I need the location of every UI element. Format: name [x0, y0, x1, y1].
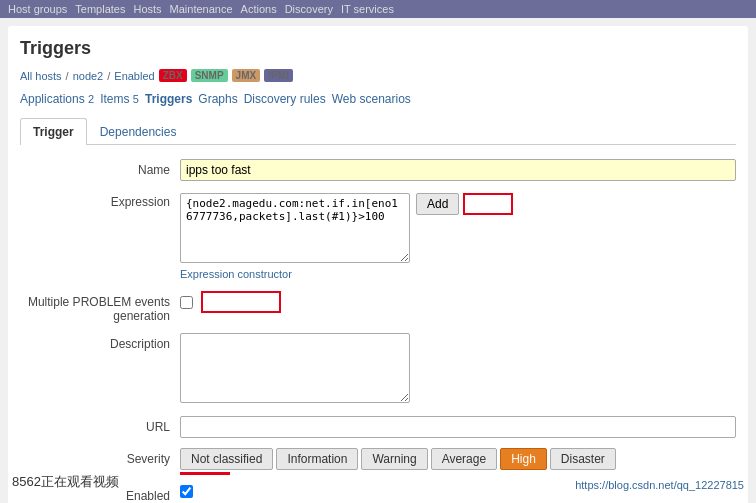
- nav-discovery[interactable]: Discovery: [285, 3, 333, 15]
- host-tab-triggers[interactable]: Triggers: [145, 92, 192, 106]
- breadcrumb-sep1: /: [66, 70, 69, 82]
- expression-red-box[interactable]: [463, 193, 513, 215]
- severity-control: Not classified Information Warning Avera…: [180, 448, 736, 475]
- host-tab-applications[interactable]: Applications 2: [20, 92, 94, 106]
- severity-row: Severity Not classified Information Warn…: [20, 448, 736, 475]
- watermark: 8562正在观看视频: [8, 471, 123, 493]
- host-tab-discovery[interactable]: Discovery rules: [244, 92, 326, 106]
- severity-average[interactable]: Average: [431, 448, 497, 470]
- expression-add-button[interactable]: Add: [416, 193, 459, 215]
- tag-ipmi[interactable]: IPMI: [264, 69, 293, 82]
- name-input[interactable]: [180, 159, 736, 181]
- severity-information[interactable]: Information: [276, 448, 358, 470]
- problem-checkbox[interactable]: [180, 296, 193, 309]
- tag-snmp[interactable]: SNMP: [191, 69, 228, 82]
- breadcrumb-node2[interactable]: node2: [73, 70, 104, 82]
- description-control: [180, 333, 736, 406]
- nav-host-groups[interactable]: Host groups: [8, 3, 67, 15]
- severity-warning[interactable]: Warning: [361, 448, 427, 470]
- tag-zbx[interactable]: ZBX: [159, 69, 187, 82]
- severity-not-classified[interactable]: Not classified: [180, 448, 273, 470]
- severity-disaster[interactable]: Disaster: [550, 448, 616, 470]
- url-row: URL: [20, 416, 736, 438]
- description-label: Description: [20, 333, 180, 351]
- breadcrumb: All hosts / node2 / Enabled ZBX SNMP JMX…: [20, 69, 736, 82]
- problem-red-box[interactable]: [201, 291, 281, 313]
- nav-actions[interactable]: Actions: [241, 3, 277, 15]
- tab-dependencies[interactable]: Dependencies: [87, 118, 190, 145]
- breadcrumb-enabled[interactable]: Enabled: [114, 70, 154, 82]
- page-content: Triggers All hosts / node2 / Enabled ZBX…: [8, 26, 748, 503]
- host-tabs: Applications 2 Items 5 Triggers Graphs D…: [20, 92, 736, 106]
- url-label: URL: [20, 416, 180, 434]
- host-tab-web[interactable]: Web scenarios: [332, 92, 411, 106]
- nav-it-services[interactable]: IT services: [341, 3, 394, 15]
- severity-buttons: Not classified Information Warning Avera…: [180, 448, 736, 470]
- host-tab-graphs[interactable]: Graphs: [198, 92, 237, 106]
- expression-control: {node2.magedu.com:net.if.in[eno16777736,…: [180, 191, 736, 281]
- problem-control: [180, 291, 736, 313]
- host-tab-items[interactable]: Items 5: [100, 92, 139, 106]
- description-row: Description: [20, 333, 736, 406]
- tab-trigger[interactable]: Trigger: [20, 118, 87, 145]
- tag-jmx[interactable]: JMX: [232, 69, 261, 82]
- name-row: Name: [20, 159, 736, 181]
- nav-hosts[interactable]: Hosts: [133, 3, 161, 15]
- applications-badge: 2: [88, 93, 94, 105]
- name-control: [180, 159, 736, 181]
- expression-row: Expression {node2.magedu.com:net.if.in[e…: [20, 191, 736, 281]
- name-label: Name: [20, 159, 180, 177]
- url-control: [180, 416, 736, 438]
- expression-constructor-link[interactable]: Expression constructor: [180, 268, 292, 280]
- problem-label: Multiple PROBLEM events generation: [20, 291, 180, 323]
- severity-label: Severity: [20, 448, 180, 466]
- page-title: Triggers: [20, 38, 736, 59]
- top-navbar: Host groups Templates Hosts Maintenance …: [0, 0, 756, 18]
- problem-row: Multiple PROBLEM events generation: [20, 291, 736, 323]
- items-badge: 5: [133, 93, 139, 105]
- enabled-checkbox[interactable]: [180, 485, 193, 498]
- url-input[interactable]: [180, 416, 736, 438]
- breadcrumb-all-hosts[interactable]: All hosts: [20, 70, 62, 82]
- severity-high[interactable]: High: [500, 448, 547, 470]
- nav-maintenance[interactable]: Maintenance: [170, 3, 233, 15]
- expression-textarea[interactable]: {node2.magedu.com:net.if.in[eno16777736,…: [180, 193, 410, 263]
- url-bottom: https://blog.csdn.net/qq_12227815: [571, 477, 748, 493]
- form-tabs: Trigger Dependencies: [20, 118, 736, 145]
- severity-underline: [180, 472, 230, 475]
- nav-templates[interactable]: Templates: [75, 3, 125, 15]
- description-textarea[interactable]: [180, 333, 410, 403]
- expression-label: Expression: [20, 191, 180, 209]
- breadcrumb-sep2: /: [107, 70, 110, 82]
